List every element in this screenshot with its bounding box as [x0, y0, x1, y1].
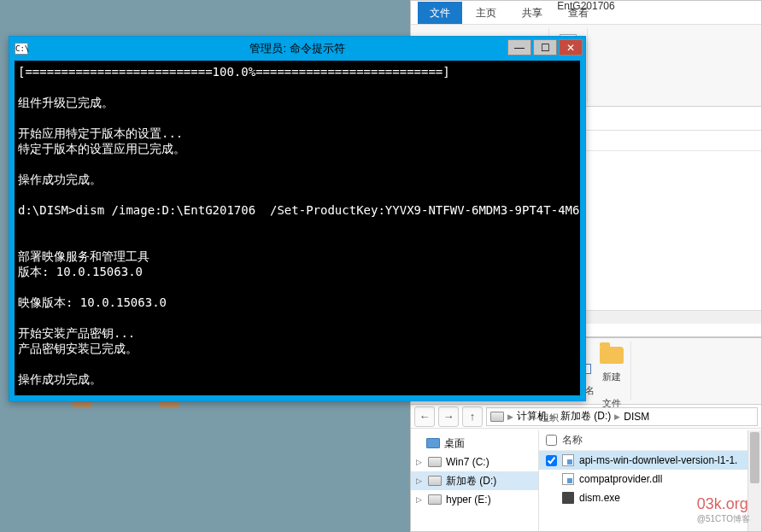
column-header-name[interactable]: 名称: [539, 430, 761, 451]
tree-item-dvol[interactable]: ▷新加卷 (D:): [411, 471, 538, 490]
list-item[interactable]: compatprovider.dll: [539, 470, 761, 488]
tree-item-win7[interactable]: ▷Win7 (C:): [411, 453, 538, 471]
close-button[interactable]: ✕: [559, 39, 583, 56]
dll-icon: [562, 454, 574, 466]
nav-tree: 桌面 ▷Win7 (C:) ▷新加卷 (D:) ▷hyper (E:): [411, 430, 539, 531]
tree-item-desktop[interactable]: 桌面: [411, 434, 538, 453]
chevron-right-icon: ▶: [507, 412, 513, 421]
back-button[interactable]: ←: [414, 406, 435, 427]
expand-icon[interactable]: ▷: [416, 495, 424, 504]
chevron-right-icon: ▶: [614, 412, 620, 421]
newfolder-button[interactable]: 新建 文件: [598, 342, 625, 410]
scroll-thumb[interactable]: [750, 432, 759, 483]
new-label: 新建: [602, 371, 621, 383]
watermark: 03k.org @51CTO博客: [697, 495, 750, 525]
terminal-output[interactable]: [==========================100.0%=======…: [15, 61, 580, 395]
row-checkbox[interactable]: [546, 455, 557, 466]
desktop-icon: [426, 438, 440, 448]
crumb-folder[interactable]: DISM: [624, 411, 649, 423]
address-bar: ← → ↑ ▶ 计算机 ▶ 新加卷 (D:) ▶ DISM: [411, 405, 761, 429]
maximize-button[interactable]: ☐: [533, 39, 557, 56]
folder-icon: [600, 347, 624, 364]
expand-icon[interactable]: ▷: [416, 458, 424, 466]
dll-icon: [562, 473, 574, 485]
list-item[interactable]: api-ms-win-downlevel-version-l1-1.: [539, 451, 761, 470]
window-title: EntG201706: [411, 0, 761, 12]
expand-icon[interactable]: ▷: [416, 476, 424, 485]
exe-icon: [562, 492, 574, 504]
drive-icon: [490, 412, 504, 422]
window-title: 管理员: 命令提示符: [9, 41, 585, 56]
tree-item-hyper[interactable]: ▷hyper (E:): [411, 490, 538, 509]
titlebar[interactable]: C:\ 管理员: 命令提示符 — ☐ ✕: [9, 37, 585, 61]
forward-button[interactable]: →: [438, 406, 459, 427]
cmd-window: C:\ 管理员: 命令提示符 — ☐ ✕ [==================…: [9, 36, 586, 401]
crumb-drive[interactable]: 新加卷 (D:): [560, 409, 611, 424]
chevron-right-icon: ▶: [551, 412, 557, 421]
address-field[interactable]: ▶ 计算机 ▶ 新加卷 (D:) ▶ DISM: [486, 407, 758, 426]
drive-icon: [428, 476, 442, 486]
drive-icon: [428, 494, 442, 505]
crumb-computer[interactable]: 计算机: [517, 409, 548, 424]
minimize-button[interactable]: —: [507, 39, 531, 56]
up-button[interactable]: ↑: [462, 406, 483, 427]
select-all-checkbox[interactable]: [546, 435, 557, 446]
drive-icon: [428, 457, 442, 467]
